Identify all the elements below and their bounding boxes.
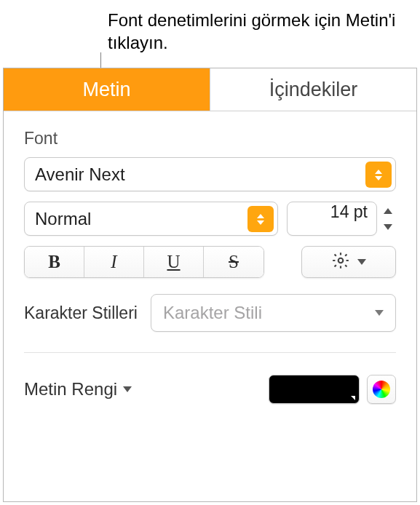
callout-text: Font denetimlerini görmek için Metin'i t… bbox=[108, 9, 399, 54]
updown-chevron-icon bbox=[247, 206, 274, 232]
svg-point-0 bbox=[338, 258, 344, 263]
bold-button[interactable]: B bbox=[25, 247, 84, 277]
text-color-label[interactable]: Metin Rengi bbox=[24, 379, 132, 399]
updown-chevron-icon bbox=[365, 162, 392, 188]
font-size-stepper bbox=[380, 204, 396, 234]
text-color-label-text: Metin Rengi bbox=[24, 379, 117, 399]
strikethrough-button[interactable]: S bbox=[204, 247, 264, 277]
divider bbox=[24, 352, 396, 353]
font-style-value: Normal bbox=[35, 209, 91, 229]
font-section-label: Font bbox=[24, 129, 396, 148]
character-style-dropdown[interactable]: Karakter Stili bbox=[151, 294, 396, 332]
inspector-panel: Metin İçindekiler Font Avenir Next Norma… bbox=[3, 68, 417, 502]
panel-content: Font Avenir Next Normal 14 pt B I U bbox=[4, 111, 416, 404]
underline-button[interactable]: U bbox=[144, 247, 204, 277]
text-color-controls bbox=[269, 375, 396, 404]
character-style-placeholder: Karakter Stili bbox=[163, 303, 262, 323]
font-size-input[interactable]: 14 pt bbox=[287, 202, 377, 236]
gear-icon bbox=[331, 251, 350, 273]
text-color-swatch[interactable] bbox=[269, 375, 360, 404]
character-styles-label: Karakter Stilleri bbox=[24, 303, 138, 323]
text-style-segmented: B I U S bbox=[24, 246, 264, 278]
stepper-up-button[interactable] bbox=[380, 204, 396, 218]
font-size-group: 14 pt bbox=[287, 202, 396, 236]
color-wheel-icon bbox=[373, 381, 390, 398]
color-picker-button[interactable] bbox=[367, 375, 396, 404]
font-style-dropdown[interactable]: Normal bbox=[24, 202, 278, 236]
font-family-value: Avenir Next bbox=[35, 164, 125, 185]
tab-text[interactable]: Metin bbox=[4, 68, 210, 111]
tab-bar: Metin İçindekiler bbox=[4, 68, 416, 111]
tab-toc[interactable]: İçindekiler bbox=[210, 68, 416, 111]
font-family-dropdown[interactable]: Avenir Next bbox=[24, 157, 396, 191]
stepper-down-button[interactable] bbox=[380, 220, 396, 234]
advanced-options-button[interactable] bbox=[301, 246, 396, 278]
italic-button[interactable]: I bbox=[84, 247, 144, 277]
